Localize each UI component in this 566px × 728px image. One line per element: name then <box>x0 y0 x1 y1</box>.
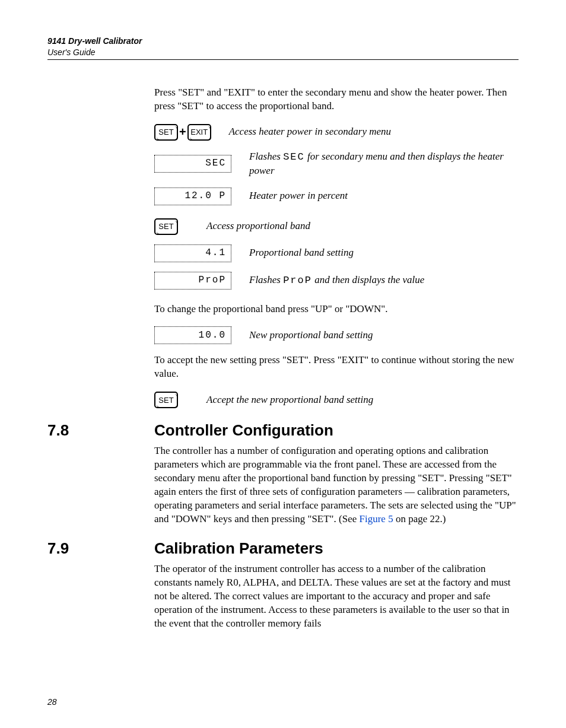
figure-5-link[interactable]: Figure 5 <box>360 513 393 524</box>
step-row-access-prop: SET Access proportional band <box>154 218 519 235</box>
row-desc: Flashes SEC for secondary menu and then … <box>249 150 519 178</box>
section-7-8-body: The controller has a number of configura… <box>154 444 519 526</box>
intro-paragraph: Press "SET" and "EXIT" to enter the seco… <box>154 86 519 113</box>
display-new-prop: 10.0 <box>154 326 231 344</box>
step-row-sec-display: SEC Flashes SEC for secondary menu and t… <box>154 150 519 178</box>
step-row-new-prop: 10.0 New proportional band setting <box>154 326 519 344</box>
step-row-access-heater: SET + EXIT Access heater power in second… <box>154 124 519 141</box>
display-sec: SEC <box>154 155 231 173</box>
row-desc: Flashes ProP and then displays the value <box>249 274 519 288</box>
set-key: SET <box>154 392 178 408</box>
exit-key: EXIT <box>187 124 211 141</box>
step-row-heater-power: 12.0 P Heater power in percent <box>154 187 519 205</box>
display-prop-flash: ProP <box>154 272 231 290</box>
section-title: Calibration Parameters <box>154 538 323 559</box>
row-desc: Heater power in percent <box>249 189 519 203</box>
row-desc: Proportional band setting <box>249 246 519 260</box>
set-key: SET <box>154 124 178 141</box>
mid-paragraph: To change the proportional band press "U… <box>154 303 519 316</box>
section-7-9-heading: 7.9 Calibration Parameters <box>47 538 519 559</box>
row-desc: New proportional band setting <box>249 329 519 342</box>
step-row-prop-flash: ProP Flashes ProP and then displays the … <box>154 272 519 290</box>
step-row-accept: SET Accept the new proportional band set… <box>154 392 519 408</box>
section-number: 7.9 <box>47 538 154 559</box>
section-title: Controller Configuration <box>154 420 333 441</box>
row-desc: Accept the new proportional band setting <box>206 393 519 407</box>
plus-icon: + <box>179 124 186 140</box>
row-desc: Access proportional band <box>206 220 519 233</box>
row-desc: Access heater power in secondary menu <box>229 125 519 139</box>
section-7-8-heading: 7.8 Controller Configuration <box>47 420 519 441</box>
header-title: 9141 Dry-well Calibrator <box>47 36 142 46</box>
section-7-9-body: The operator of the instrument controlle… <box>154 562 519 631</box>
display-heater-power: 12.0 P <box>154 187 231 205</box>
section-number: 7.8 <box>47 420 154 441</box>
page-header: 9141 Dry-well Calibrator User's Guide <box>47 36 519 60</box>
step-row-prop-value: 4.1 Proportional band setting <box>154 244 519 262</box>
header-subtitle: User's Guide <box>47 47 519 58</box>
accept-paragraph: To accept the new setting press "SET". P… <box>154 354 519 381</box>
display-prop-value: 4.1 <box>154 244 231 262</box>
set-key: SET <box>154 218 178 235</box>
